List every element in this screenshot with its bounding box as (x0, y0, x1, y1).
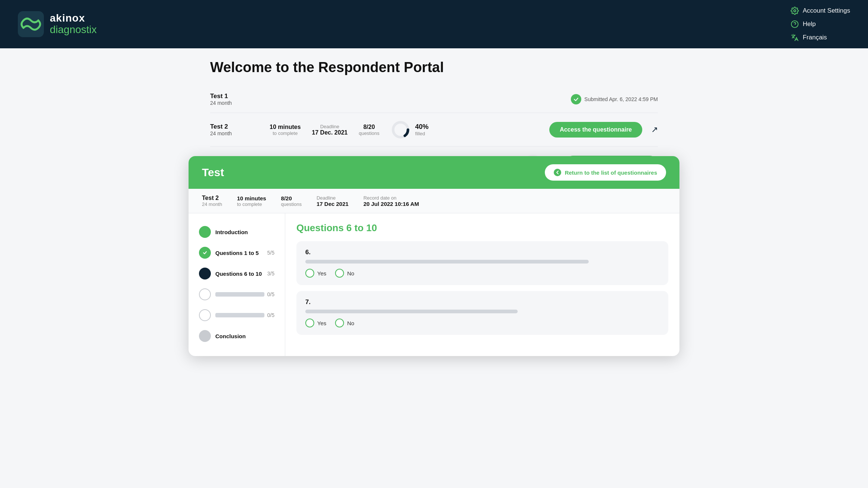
main-content: Welcome to the Respondent Portal Test 1 … (192, 48, 676, 351)
sidebar-q6to10-label: Questions 6 to 10 (215, 271, 267, 277)
page-title: Welcome to the Respondent Portal (210, 59, 658, 75)
sidebar-item-q6to10[interactable]: Questions 6 to 10 3/5 (196, 264, 277, 283)
test2-filled-label: filled (415, 131, 425, 136)
translate-icon (791, 33, 799, 42)
overlay-record-date: 20 Jul 2022 10:16 AM (363, 201, 419, 207)
overlay-record-block: Record date on 20 Jul 2022 10:16 AM (363, 195, 419, 207)
test1-submitted-label: Submitted Apr. 6, 2022 4:59 PM (584, 96, 658, 102)
check-icon-1 (571, 94, 581, 104)
question-7-bar (305, 310, 518, 313)
question-6-no[interactable]: No (335, 269, 354, 278)
q16to20-icon (199, 309, 211, 321)
question-card-6: 6. Yes No (296, 241, 668, 285)
sidebar-item-introduction[interactable]: Introduction (196, 222, 277, 242)
arrow-left-icon (554, 169, 561, 176)
section-title: Questions 6 to 10 (296, 222, 668, 234)
test2-info: Test 2 24 month (210, 123, 262, 136)
question-7-options: Yes No (305, 319, 659, 327)
logo-text: akinox diagnostix (50, 13, 97, 36)
question-7-yes[interactable]: Yes (305, 319, 326, 327)
gear-icon (791, 7, 799, 15)
language-label: Français (803, 34, 827, 41)
overlay-header: Test Return to the list of questionnaire… (189, 156, 679, 189)
question-7-number: 7. (305, 298, 659, 306)
test2-deadline-block: Deadline 17 Dec. 2021 (312, 124, 348, 136)
return-label: Return to the list of questionnaires (565, 169, 657, 176)
questionnaire-sidebar: Introduction Questions 1 to 5 5/5 (189, 213, 285, 356)
svg-point-15 (202, 333, 208, 339)
test2-progress: 40% filled (390, 120, 428, 140)
overlay-time-block: 10 minutes to complete (237, 195, 266, 207)
account-settings-nav[interactable]: Account Settings (791, 7, 850, 15)
q1to5-icon (199, 247, 211, 259)
overlay-container: Test Return to the list of questionnaire… (192, 156, 676, 356)
overlay-questions-label: questions (281, 201, 302, 207)
svg-point-11 (554, 169, 561, 176)
help-icon (791, 20, 799, 28)
overlay-deadline: 17 Dec 2021 (316, 201, 348, 207)
overlay-minutes: 10 minutes (237, 195, 266, 201)
radio-yes-6 (305, 269, 314, 278)
test2-filled: 40% filled (415, 123, 428, 136)
question-card-7: 7. Yes No (296, 291, 668, 335)
sidebar-q6to10-score: 3/5 (267, 271, 274, 277)
test2-deadline: 17 Dec. 2021 (312, 129, 348, 136)
logo-product: diagnostix (50, 24, 97, 36)
cursor-arrow: ↗ (651, 125, 658, 135)
logo-area: akinox diagnostix (18, 11, 97, 37)
language-nav[interactable]: Français (791, 33, 827, 42)
question-6-number: 6. (305, 249, 659, 256)
overlay-test-name-block: Test 2 24 month (202, 195, 222, 207)
conclusion-icon (199, 330, 211, 342)
svg-point-13 (202, 249, 208, 256)
svg-point-14 (202, 270, 208, 277)
sidebar-item-q16to20[interactable]: 0/5 (196, 306, 277, 325)
app-header: akinox diagnostix Account Settings Help (0, 0, 868, 48)
progress-donut (390, 120, 411, 140)
intro-icon (199, 226, 211, 238)
help-nav[interactable]: Help (791, 20, 816, 28)
sidebar-q1to5-label: Questions 1 to 5 (215, 250, 267, 256)
overlay-questions: 8/20 (281, 195, 302, 201)
q6to10-icon (199, 268, 211, 279)
question-6-options: Yes No (305, 269, 659, 278)
test2-name: Test 2 (210, 123, 262, 130)
test-row-2: Test 2 24 month 10 minutes to complete D… (210, 113, 658, 147)
overlay-title: Test (202, 166, 224, 179)
sidebar-q1to5-score: 5/5 (267, 250, 274, 256)
no-label-6: No (347, 270, 354, 277)
question-7-no[interactable]: No (335, 319, 354, 327)
sidebar-q11to15-score: 0/5 (267, 291, 274, 297)
test1-info: Test 1 24 month (210, 93, 262, 106)
overlay-meta: Test 2 24 month 10 minutes to complete 8… (189, 189, 679, 213)
test2-access-btn[interactable]: Access the questionnaire (549, 122, 642, 138)
question-6-bar (305, 260, 589, 264)
logo-brand: akinox (50, 13, 97, 24)
sidebar-introduction-label: Introduction (215, 229, 274, 235)
sidebar-item-q1to5[interactable]: Questions 1 to 5 5/5 (196, 243, 277, 262)
overlay-deadline-block: Deadline 17 Dec 2021 (316, 195, 348, 207)
question-6-yes[interactable]: Yes (305, 269, 326, 278)
overlay-to-complete: to complete (237, 201, 266, 207)
help-label: Help (803, 20, 816, 28)
radio-no-7 (335, 319, 344, 327)
return-btn[interactable]: Return to the list of questionnaires (545, 164, 666, 181)
overlay-deadline-label: Deadline (316, 195, 348, 201)
test2-questions-label: questions (359, 130, 380, 136)
test2-percent: 40% (415, 123, 428, 131)
overlay-test-duration: 24 month (202, 201, 222, 207)
overlay-panel: Test Return to the list of questionnaire… (189, 156, 679, 356)
test1-name: Test 1 (210, 93, 262, 100)
sidebar-conclusion-label: Conclusion (215, 333, 274, 339)
test1-duration: 24 month (210, 100, 262, 106)
radio-yes-7 (305, 319, 314, 327)
q11to15-icon (199, 288, 211, 300)
sidebar-item-q11to15[interactable]: 0/5 (196, 285, 277, 304)
logo-icon (18, 11, 44, 37)
test2-questions: 8/20 (363, 124, 375, 130)
test2-minutes: 10 minutes (270, 124, 301, 130)
test2-time-block: 10 minutes to complete (270, 124, 301, 136)
sidebar-item-conclusion[interactable]: Conclusion (196, 326, 277, 346)
header-nav: Account Settings Help Français (791, 7, 850, 42)
test-row-1: Test 1 24 month Submitted Apr. 6, 2022 4… (210, 86, 658, 113)
